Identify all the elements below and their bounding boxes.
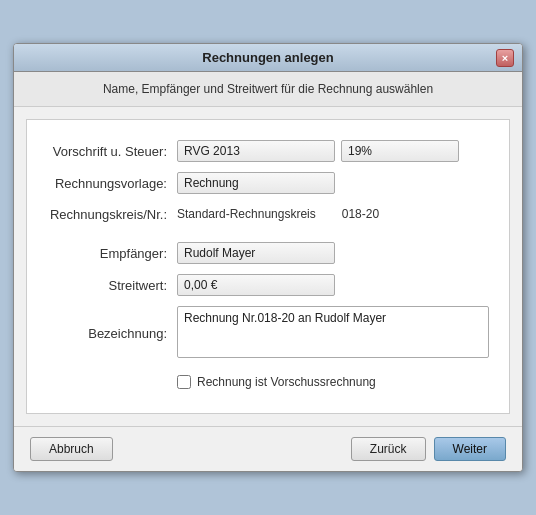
abbruch-button[interactable]: Abbruch (30, 437, 113, 461)
vorschuss-label: Rechnung ist Vorschussrechnung (197, 375, 376, 389)
vorschrift-select-wrapper: RVG 2013 RVG 2008 BRAGO (177, 140, 335, 162)
rechnungskreis-controls: Standard-Rechnungskreis 018-20 (177, 204, 489, 224)
vorschrift-select[interactable]: RVG 2013 RVG 2008 BRAGO (177, 140, 335, 162)
vorschuss-checkbox[interactable] (177, 375, 191, 389)
dialog-title: Rechnungen anlegen (202, 50, 333, 65)
dialog-titlebar: Rechnungen anlegen × (14, 44, 522, 72)
rechnungskreis-row: Rechnungskreis/Nr.: Standard-Rechnungskr… (47, 204, 489, 224)
rechnungskreis-nr: 018-20 (342, 207, 379, 221)
vorschrift-label: Vorschrift u. Steuer: (47, 144, 177, 159)
close-button[interactable]: × (496, 49, 514, 67)
empfaenger-row: Empfänger: Rudolf Mayer (47, 242, 489, 264)
rechnungskreis-value: Standard-Rechnungskreis (177, 204, 316, 224)
streitwert-label: Streitwert: (47, 278, 177, 293)
bezeichnung-row: Bezeichnung: Rechnung Nr.018-20 an Rudol… (47, 306, 489, 361)
rechnungsvorlage-label: Rechnungsvorlage: (47, 176, 177, 191)
steuer-select[interactable]: 19% 7% 0% (341, 140, 459, 162)
bezeichnung-wrapper: Rechnung Nr.018-20 an Rudolf Mayer (177, 306, 489, 361)
dialog-footer: Abbruch Zurück Weiter (14, 426, 522, 471)
bezeichnung-label: Bezeichnung: (47, 326, 177, 341)
empfaenger-select-wrapper: Rudolf Mayer (177, 242, 335, 264)
rechnungsvorlage-select[interactable]: Rechnung Mahnung Sonstiges (177, 172, 335, 194)
vorschrift-row: Vorschrift u. Steuer: RVG 2013 RVG 2008 … (47, 140, 489, 162)
bezeichnung-textarea[interactable]: Rechnung Nr.018-20 an Rudolf Mayer (177, 306, 489, 358)
zurueck-button[interactable]: Zurück (351, 437, 426, 461)
rechnungsvorlage-row: Rechnungsvorlage: Rechnung Mahnung Sonst… (47, 172, 489, 194)
checkbox-row: Rechnung ist Vorschussrechnung (47, 375, 489, 389)
dialog-subtitle: Name, Empfänger und Streitwert für die R… (14, 72, 522, 107)
streitwert-select-wrapper: 0,00 € (177, 274, 335, 296)
streitwert-row: Streitwert: 0,00 € (47, 274, 489, 296)
footer-right-buttons: Zurück Weiter (351, 437, 506, 461)
empfaenger-select[interactable]: Rudolf Mayer (177, 242, 335, 264)
dialog-body: Vorschrift u. Steuer: RVG 2013 RVG 2008 … (26, 119, 510, 414)
weiter-button[interactable]: Weiter (434, 437, 506, 461)
rechnungsvorlage-select-wrapper: Rechnung Mahnung Sonstiges (177, 172, 335, 194)
steuer-select-wrapper: 19% 7% 0% (341, 140, 459, 162)
rechnungskreis-label: Rechnungskreis/Nr.: (47, 207, 177, 222)
empfaenger-label: Empfänger: (47, 246, 177, 261)
empfaenger-controls: Rudolf Mayer (177, 242, 489, 264)
streitwert-controls: 0,00 € (177, 274, 489, 296)
rechnungsvorlage-controls: Rechnung Mahnung Sonstiges (177, 172, 489, 194)
vorschrift-controls: RVG 2013 RVG 2008 BRAGO 19% 7% 0% (177, 140, 489, 162)
streitwert-select[interactable]: 0,00 € (177, 274, 335, 296)
rechnungen-dialog: Rechnungen anlegen × Name, Empfänger und… (13, 43, 523, 472)
